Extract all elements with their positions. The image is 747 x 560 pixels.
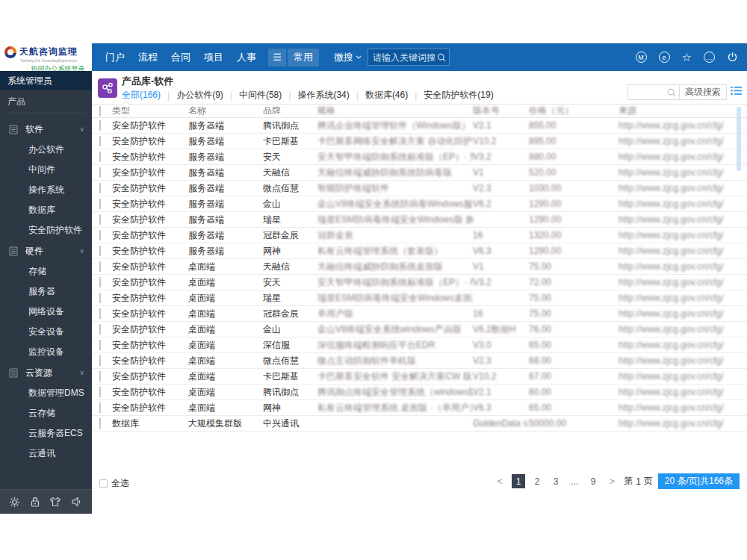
sidebar-item-数据管理DMS[interactable]: 数据管理DMS xyxy=(0,383,92,403)
page-next-button[interactable]: > xyxy=(605,474,619,488)
table-row[interactable]: 安全防护软件桌面端网神私有云终端管理系统 桌面版 ·（单用户）V6.365.00… xyxy=(92,400,747,416)
enterprise-icon[interactable]: e xyxy=(659,52,670,63)
row-checkbox[interactable] xyxy=(99,308,101,319)
table-row[interactable]: 安全防护软件服务器端卡巴斯基卡巴斯基网络安全解决方案 自动化防护 区域...V1… xyxy=(92,134,747,149)
sidebar-item-办公软件[interactable]: 办公软件 xyxy=(0,140,92,160)
page-button-9[interactable]: 9 xyxy=(586,474,600,488)
page-size-button[interactable]: 20 条/页|共166条 xyxy=(658,473,740,489)
page-prev-button[interactable]: < xyxy=(493,474,506,488)
page-button-3[interactable]: 3 xyxy=(549,474,562,488)
nav-item-流程[interactable]: 流程 xyxy=(138,52,158,63)
table-row[interactable]: 安全防护软件桌面端金山金山V8终端安全系统windows产品版V6.2数据H76… xyxy=(92,322,747,337)
sidebar-item-云服务器ECS[interactable]: 云服务器ECS xyxy=(0,423,92,444)
favorites-star-icon[interactable]: ☆ xyxy=(682,52,692,63)
sidebar-item-安全设备[interactable]: 安全设备 xyxy=(0,322,92,342)
table-row[interactable]: 安全防护软件服务器端安天安天智甲终端防御系统标准版（EP）· 升级服务版V3.2… xyxy=(92,149,747,165)
search-icon[interactable] xyxy=(664,88,679,97)
row-checkbox[interactable] xyxy=(99,214,101,225)
table-row[interactable]: 安全防护软件桌面端腾讯御点腾讯御点终端安全管理系统（windows版）· V2.… xyxy=(92,385,747,400)
row-checkbox[interactable] xyxy=(99,340,101,350)
tab-中间件(58)[interactable]: 中间件(58) xyxy=(239,89,282,102)
tab-全部(166)[interactable]: 全部(166) xyxy=(122,89,161,102)
table-row[interactable]: 安全防护软件服务器端天融信天融信终端威胁防御系统防病毒版V1520.00http… xyxy=(92,165,747,181)
header-checkbox[interactable] xyxy=(99,106,101,116)
row-checkbox[interactable] xyxy=(99,261,101,272)
sidebar-item-存储[interactable]: 存储 xyxy=(0,261,92,281)
nav-item-门户[interactable]: 门户 xyxy=(105,52,125,63)
row-checkbox[interactable] xyxy=(99,277,101,287)
messages-icon[interactable]: M xyxy=(636,52,647,63)
nav-item-项目[interactable]: 项目 xyxy=(204,52,223,63)
advanced-search-button[interactable]: 高级搜索 xyxy=(679,84,726,100)
sidebar-item-云通讯[interactable]: 云通讯 xyxy=(0,444,92,464)
row-checkbox[interactable] xyxy=(99,371,101,382)
table-row[interactable]: 安全防护软件服务器端网神私有云终端管理系统（套装版）V6.31290.00htt… xyxy=(92,243,747,259)
row-checkbox[interactable] xyxy=(99,355,101,366)
nav-item-合同[interactable]: 合同 xyxy=(171,52,190,63)
table-row[interactable]: 安全防护软件桌面端微点佰慧微点主动防御软件单机版V2.368.00http://… xyxy=(92,353,747,369)
page-button-...[interactable]: ... xyxy=(568,474,581,488)
table-row[interactable]: 安全防护软件服务器端腾讯御点腾讯企业终端管理软件（Windows版）V2.185… xyxy=(92,118,747,134)
table-search-input[interactable] xyxy=(628,87,664,98)
row-checkbox[interactable] xyxy=(99,120,101,131)
sidebar-group-云资源[interactable]: 云资源∨ xyxy=(0,362,92,383)
table-row[interactable]: 数据库大规模集群版中兴通讯GoldenData s...50000.00http… xyxy=(92,416,747,432)
row-checkbox[interactable] xyxy=(99,183,101,193)
table-row[interactable]: 安全防护软件服务器端冠群金辰冠群金辰161320.00http://www.zj… xyxy=(92,228,747,243)
page-button-1[interactable]: 1 xyxy=(512,474,525,488)
nav-item-人事[interactable]: 人事 xyxy=(237,52,256,63)
sidebar-item-操作系统[interactable]: 操作系统 xyxy=(0,180,92,200)
table-row[interactable]: 安全防护软件桌面端卡巴斯基卡巴斯基安全软件 安全解决方案CW 版 · KL...… xyxy=(92,369,747,385)
more-icon[interactable]: … xyxy=(704,52,715,63)
nav-menu-icon[interactable]: ☰ xyxy=(268,49,286,66)
sidebar-item-数据库[interactable]: 数据库 xyxy=(0,200,92,220)
table-row[interactable]: 安全防护软件服务器端微点佰慧智能防护终端软件V2.31030.00http://… xyxy=(92,181,747,196)
select-all-checkbox[interactable] xyxy=(99,479,108,488)
page-button-2[interactable]: 2 xyxy=(530,474,544,488)
row-checkbox[interactable] xyxy=(99,387,101,397)
cell-spec: 卡巴斯基网络安全解决方案 自动化防护 区域... xyxy=(317,135,473,148)
sidebar-group-硬件[interactable]: 硬件∨ xyxy=(0,240,92,261)
tab-办公软件(9)[interactable]: 办公软件(9) xyxy=(176,89,223,102)
tab-数据库(46)[interactable]: 数据库(46) xyxy=(365,89,408,102)
sidebar-item-中间件[interactable]: 中间件 xyxy=(0,160,92,180)
page-jump-input[interactable]: 1 xyxy=(636,476,641,487)
sidebar-item-监控设备[interactable]: 监控设备 xyxy=(0,342,92,362)
sound-speaker-icon[interactable] xyxy=(71,497,83,507)
row-checkbox[interactable] xyxy=(99,167,101,178)
scrollbar-thumb[interactable] xyxy=(737,107,741,171)
search-icon[interactable] xyxy=(437,53,446,62)
sidebar-item-网络设备[interactable]: 网络设备 xyxy=(0,302,92,322)
row-checkbox[interactable] xyxy=(99,152,101,162)
tab-安全防护软件(19)[interactable]: 安全防护软件(19) xyxy=(424,89,493,102)
table-row[interactable]: 安全防护软件服务器端金山金山V8终端安全系统防病毒Windows服务器版V6.2… xyxy=(92,196,747,212)
sidebar-item-云存储[interactable]: 云存储 xyxy=(0,403,92,423)
settings-gear-icon[interactable] xyxy=(9,497,20,508)
sidebar-role-header[interactable]: 系统管理员 xyxy=(0,71,92,90)
table-row[interactable]: 安全防护软件桌面端安天安天智甲终端防御系统标准版（EP）· 单用户授权V3.27… xyxy=(92,275,747,290)
lock-icon[interactable] xyxy=(30,497,40,508)
theme-shirt-icon[interactable] xyxy=(49,497,61,507)
row-checkbox[interactable] xyxy=(99,199,101,209)
global-search-input[interactable] xyxy=(373,52,437,63)
table-row[interactable]: 安全防护软件桌面端冠群金辰单用户版1675.00http://www.zjcg.… xyxy=(92,306,747,322)
row-checkbox[interactable] xyxy=(99,324,101,335)
row-checkbox[interactable] xyxy=(99,293,101,303)
nav-item-pinned[interactable]: 常用 xyxy=(288,49,319,66)
row-checkbox[interactable] xyxy=(99,136,101,146)
power-icon[interactable] xyxy=(727,52,738,63)
table-row[interactable]: 安全防护软件桌面端深信服深信服终端检测响应平台EDRV3.065.00http:… xyxy=(92,337,747,353)
search-mode-dropdown[interactable]: 微搜 xyxy=(334,51,362,64)
row-checkbox[interactable] xyxy=(99,246,101,256)
table-row[interactable]: 安全防护软件服务器端瑞星瑞星ESM防病毒终端安全Windows版 旗舰网络版12… xyxy=(92,212,747,228)
sidebar-item-安全防护软件[interactable]: 安全防护软件 xyxy=(0,220,92,240)
view-options-icon[interactable] xyxy=(731,86,742,96)
tab-操作系统(34)[interactable]: 操作系统(34) xyxy=(297,89,349,102)
row-checkbox[interactable] xyxy=(99,418,101,429)
row-checkbox[interactable] xyxy=(99,230,101,240)
table-row[interactable]: 安全防护软件桌面端瑞星瑞星ESM防病毒终端安全Windows桌面版75.00ht… xyxy=(92,290,747,306)
sidebar-item-服务器[interactable]: 服务器 xyxy=(0,281,92,302)
row-checkbox[interactable] xyxy=(99,402,101,413)
table-row[interactable]: 安全防护软件桌面端天融信天融信终端威胁防御系统桌面版V175.00http://… xyxy=(92,259,747,275)
sidebar-group-软件[interactable]: 软件∨ xyxy=(0,119,92,140)
